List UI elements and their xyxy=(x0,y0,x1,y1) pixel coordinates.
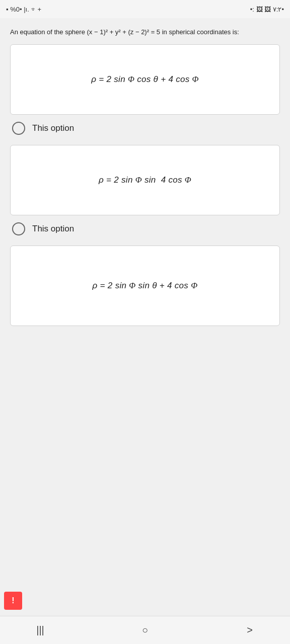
option-box-2[interactable]: ρ = 2 sin Φ sin 4 cos Φ xyxy=(10,145,280,215)
answer-option-3: ρ = 2 sin Φ sin θ + 4 cos Φ xyxy=(10,246,280,326)
status-icons-right: •: 🖼 🖼 ٧:٢• xyxy=(250,6,284,13)
forward-icon: > xyxy=(247,624,253,636)
formula-1: ρ = 2 sin Φ cos θ + 4 cos Φ xyxy=(91,74,199,85)
status-bar-left: ▪ %0• |ı. ᯤ+ xyxy=(6,6,41,13)
home-icon: ○ xyxy=(142,624,148,636)
formula-3: ρ = 2 sin Φ sin θ + 4 cos Φ xyxy=(93,281,198,291)
option-radio-row-2[interactable]: This option xyxy=(10,222,280,235)
back-icon: ||| xyxy=(36,624,44,636)
status-icons-left: ▪ %0• |ı. ᯤ+ xyxy=(6,6,41,13)
radio-button-1[interactable] xyxy=(12,122,25,135)
back-button[interactable]: ||| xyxy=(30,620,50,640)
home-button[interactable]: ○ xyxy=(135,620,155,640)
main-content: An equation of the sphere (x − 1)² + y² … xyxy=(0,18,290,616)
option-box-3[interactable]: ρ = 2 sin Φ sin θ + 4 cos Φ xyxy=(10,246,280,326)
question-text: An equation of the sphere (x − 1)² + y² … xyxy=(10,18,280,44)
chat-icon: ! xyxy=(12,596,14,605)
radio-button-2[interactable] xyxy=(12,222,25,235)
forward-button[interactable]: > xyxy=(240,620,260,640)
status-bar: ▪ %0• |ı. ᯤ+ •: 🖼 🖼 ٧:٢• xyxy=(0,0,290,18)
nav-bar: ||| ○ > xyxy=(0,616,290,644)
option-label-2: This option xyxy=(32,224,74,234)
option-box-1[interactable]: ρ = 2 sin Φ cos θ + 4 cos Φ xyxy=(10,44,280,115)
chat-button[interactable]: ! xyxy=(4,592,22,610)
answer-option-1: ρ = 2 sin Φ cos θ + 4 cos Φ This option xyxy=(10,44,280,135)
answer-option-2: ρ = 2 sin Φ sin 4 cos Φ This option xyxy=(10,145,280,235)
option-label-1: This option xyxy=(32,123,74,133)
status-bar-right: •: 🖼 🖼 ٧:٢• xyxy=(250,6,284,13)
option-radio-row-1[interactable]: This option xyxy=(10,122,280,135)
formula-2: ρ = 2 sin Φ sin 4 cos Φ xyxy=(99,175,191,185)
